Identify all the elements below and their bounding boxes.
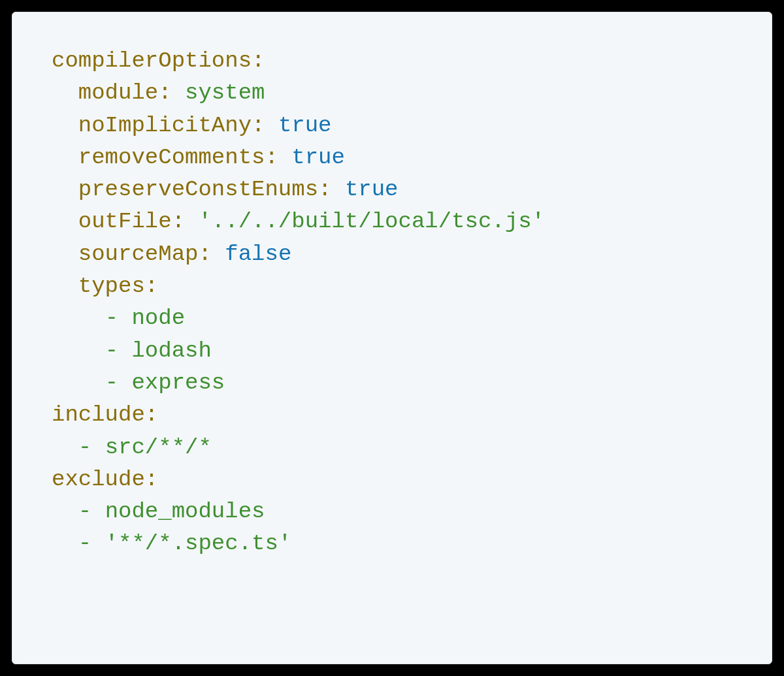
value-preserveConstEnums: true (345, 177, 399, 202)
types-item-1: lodash (131, 338, 211, 363)
exclude-item-0: node_modules (105, 499, 265, 524)
key-preserveConstEnums: preserveConstEnums (78, 177, 318, 202)
types-item-2: express (131, 370, 225, 395)
types-item-0: node (131, 306, 185, 330)
key-types: types (78, 274, 145, 298)
key-noImplicitAny: noImplicitAny (78, 113, 252, 138)
document-frame: compilerOptions: module: system noImplic… (0, 0, 784, 676)
value-sourceMap: false (225, 242, 291, 266)
exclude-item-1: '**/*.spec.ts' (105, 531, 292, 556)
value-module: system (185, 80, 265, 105)
code-card: compilerOptions: module: system noImplic… (12, 12, 772, 664)
value-outFile: '../../built/local/tsc.js' (198, 209, 545, 234)
yaml-code-block: compilerOptions: module: system noImplic… (52, 45, 739, 560)
key-outFile: outFile (78, 209, 172, 234)
key-exclude: exclude (52, 467, 145, 492)
key-module: module (78, 80, 158, 105)
include-item-0: src/**/* (105, 435, 212, 460)
key-sourceMap: sourceMap (78, 242, 199, 266)
key-include: include (52, 402, 145, 427)
key-removeComments: removeComments (78, 145, 265, 170)
key-compilerOptions: compilerOptions (52, 48, 252, 73)
value-removeComments: true (291, 145, 345, 170)
value-noImplicitAny: true (278, 113, 332, 138)
